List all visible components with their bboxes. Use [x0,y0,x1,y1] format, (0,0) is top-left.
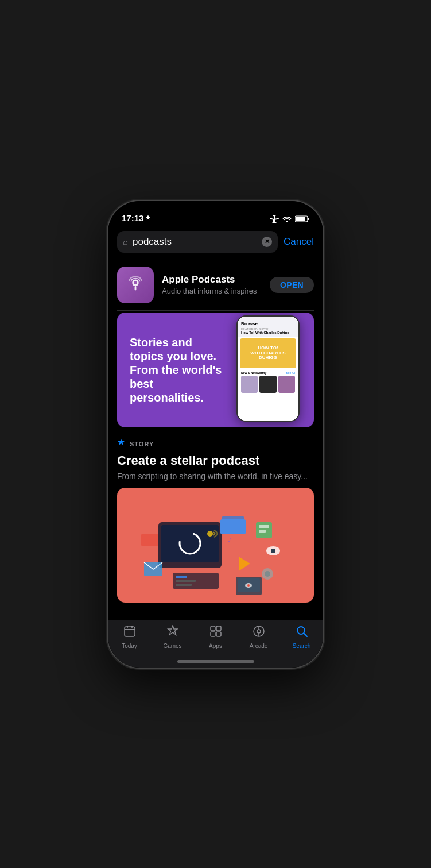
mockup-cards [241,376,295,393]
phone-frame: 17:13 [108,201,323,668]
tab-arcade-label: Arcade [250,643,268,649]
mockup-section: New & Noteworthy See All [238,370,298,394]
games-icon [166,625,179,641]
svg-rect-10 [220,519,246,534]
status-icons [270,215,309,223]
mockup-featured-name: How To! With Charles Duhigg [241,331,295,334]
mockup-card-2 [259,376,276,393]
svg-rect-35 [211,626,215,631]
mockup-browse-title: Browse [241,321,295,326]
svg-rect-11 [141,534,158,546]
status-time: 17:13 [122,213,152,223]
svg-rect-21 [176,584,192,586]
podcasts-app-icon-svg [125,274,146,296]
location-icon [146,215,152,221]
content-area: Apple Podcasts Audio that informs & insp… [108,260,323,620]
svg-rect-20 [176,580,196,582]
divider [117,310,314,311]
search-icon: ⌕ [123,237,128,246]
cancel-button[interactable]: Cancel [284,236,314,248]
svg-rect-37 [211,632,215,636]
games-svg-icon [166,625,179,638]
search-bar[interactable]: ⌕ podcasts ✕ [117,231,278,253]
mockup-card-1 [241,376,258,393]
svg-point-17 [207,531,213,537]
promo-image-side: Browse FEATURED SHOW How To! With Charle… [222,313,314,427]
svg-marker-13 [239,557,250,571]
svg-point-40 [257,630,261,633]
arcade-icon [253,625,265,641]
svg-rect-38 [216,632,221,636]
search-query[interactable]: podcasts [133,236,257,248]
tab-search[interactable]: Search [280,625,323,649]
svg-rect-33 [131,626,133,628]
svg-rect-5 [135,286,137,290]
tab-today-label: Today [122,643,137,649]
svg-rect-32 [127,626,128,628]
airplane-icon [270,215,279,223]
svg-rect-19 [176,576,187,578]
story-image[interactable]: ♪ [117,488,314,603]
app-name: Apple Podcasts [162,274,262,286]
svg-rect-15 [259,525,269,528]
mockup-section-title: New & Noteworthy [241,371,266,375]
tab-apps[interactable]: Apps [194,625,237,649]
today-icon [123,625,136,641]
svg-rect-2 [296,217,305,221]
promo-text-side: Stories and topics you love. From the wo… [117,313,222,427]
search-svg-icon [296,625,308,638]
today-svg-icon [123,625,136,638]
screen: 17:13 [108,201,323,668]
svg-rect-16 [259,530,266,533]
app-info: Apple Podcasts Audio that informs & insp… [162,274,262,295]
search-row: ⌕ podcasts ✕ Cancel [117,231,314,253]
see-all-label: See All [286,371,295,375]
phone-mockup: Browse FEATURED SHOW How To! With Charle… [236,315,300,422]
svg-rect-31 [125,627,135,636]
app-store-icon [117,439,125,449]
mockup-banner: HOW TO!WITH CHARLESDUHIGG [240,338,296,368]
tab-games[interactable]: Games [151,625,194,649]
battery-icon [295,215,309,222]
svg-text:♪: ♪ [227,534,232,544]
story-label-row: STORY [117,439,314,449]
story-tag: STORY [130,441,154,447]
story-title: Create a stellar podcast [117,453,314,468]
open-button[interactable]: OPEN [270,277,314,293]
mockup-card-3 [278,376,295,393]
app-subtitle: Audio that informs & inspires [162,287,262,295]
mockup-banner-text: HOW TO!WITH CHARLESDUHIGG [249,345,286,362]
tab-today[interactable]: Today [108,625,151,649]
app-result-row: Apple Podcasts Audio that informs & insp… [108,260,323,310]
mockup-browse: Browse FEATURED SHOW How To! With Charle… [238,317,298,337]
svg-point-25 [265,571,270,577]
home-indicator [177,660,254,663]
app-icon [117,267,154,303]
svg-line-44 [304,633,307,636]
svg-point-30 [247,584,250,587]
clear-button[interactable]: ✕ [262,237,272,247]
clock: 17:13 [122,213,143,223]
mockup-screen: Browse FEATURED SHOW How To! With Charle… [238,317,298,421]
apps-svg-icon [209,625,222,638]
story-illustration: ♪ [124,488,308,603]
svg-rect-7 [161,525,219,562]
svg-rect-34 [125,629,135,630]
wifi-icon [282,215,292,222]
svg-rect-1 [308,218,309,220]
search-tab-icon [296,625,308,641]
tab-arcade[interactable]: Arcade [237,625,280,649]
story-description: From scripting to sharing with the world… [117,472,314,481]
svg-point-23 [271,549,275,553]
svg-point-4 [134,281,137,284]
notch [171,201,260,218]
tab-apps-label: Apps [209,643,222,649]
arcade-svg-icon [253,625,265,638]
appstore-icon-svg [117,439,125,447]
promo-headline: Stories and topics you love. From the wo… [130,335,222,404]
svg-rect-36 [216,626,221,631]
promo-banner[interactable]: Stories and topics you love. From the wo… [117,313,314,427]
bottom-spacer [108,607,323,619]
tab-search-label: Search [293,643,311,649]
search-area: ⌕ podcasts ✕ Cancel [108,226,323,260]
